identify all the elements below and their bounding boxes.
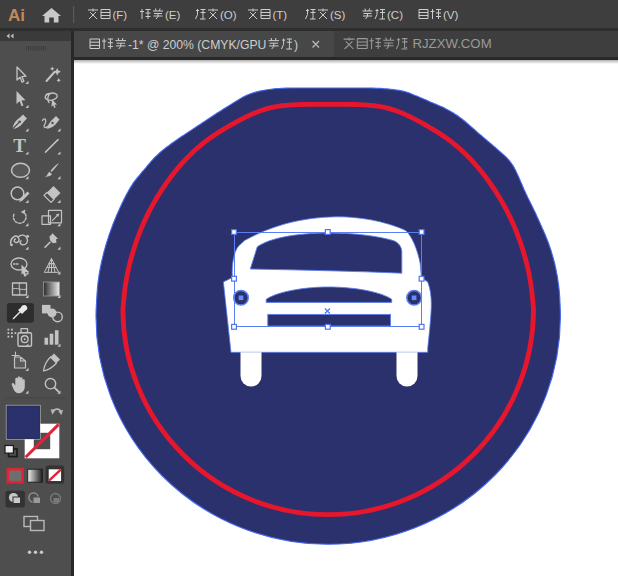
svg-text:(F): (F) (113, 9, 128, 21)
svg-text::: : (405, 36, 409, 51)
svg-text:(T): (T) (273, 9, 288, 21)
svg-text:(E): (E) (165, 9, 181, 21)
svg-text:(S): (S) (330, 9, 346, 21)
svg-text:Ai: Ai (8, 6, 25, 25)
svg-text:T: T (13, 135, 26, 156)
svg-text:RJZXW.COM: RJZXW.COM (413, 36, 492, 51)
svg-text:(C): (C) (387, 9, 403, 21)
svg-text:-1* @ 200% (CMYK/GPU: -1* @ 200% (CMYK/GPU (128, 38, 266, 52)
svg-text:): ) (294, 38, 298, 52)
svg-text:(O): (O) (220, 9, 237, 21)
svg-text:(V): (V) (443, 9, 459, 21)
